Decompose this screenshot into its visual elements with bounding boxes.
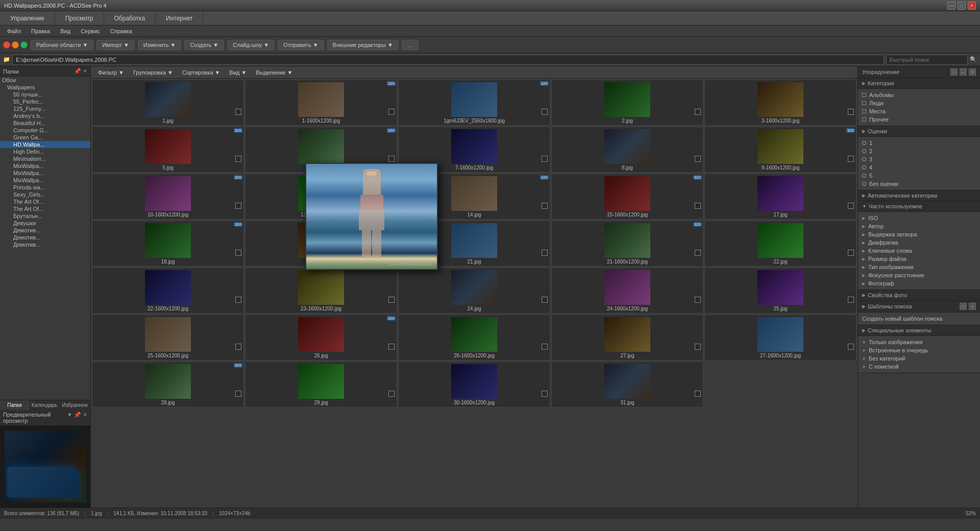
slideshow-btn[interactable]: Слайд-шоу ▼ [227, 40, 275, 50]
tree-item[interactable]: Sexy_Girls... [0, 191, 90, 198]
circle-red[interactable] [3, 41, 10, 49]
thumbnail-cell[interactable]: 1-1600x1200.jpg320 [245, 80, 397, 126]
thumbnail-checkbox[interactable] [235, 203, 241, 209]
special-header[interactable]: ▶ Специальные элементы [858, 325, 980, 336]
group-btn[interactable]: Группировка ▼ [129, 68, 177, 77]
tree-item[interactable]: High Defin... [0, 148, 90, 155]
rating-1[interactable]: 1 [862, 139, 976, 147]
extra-btn[interactable]: … [402, 40, 419, 50]
template-icon2[interactable]: + [969, 303, 976, 310]
tree-item[interactable]: HD.Wallpa... [0, 141, 90, 148]
thumbnail-cell[interactable]: 25.jpg [704, 268, 856, 313]
ratings-header[interactable]: ▶ Оценки [858, 126, 980, 137]
path-input[interactable] [12, 55, 884, 65]
maximize-button[interactable]: □ [958, 2, 966, 10]
category-other[interactable]: Прочее [862, 115, 976, 124]
sort-btn[interactable]: Сортировка ▼ [178, 68, 224, 77]
thumbnail-checkbox[interactable] [235, 297, 241, 303]
thumbnail-cell[interactable]: 27.jpg [551, 315, 703, 360]
workspace-btn[interactable]: Рабочие области ▼ [31, 40, 93, 50]
tab-calendar[interactable]: Календарь [30, 400, 60, 410]
menu-file[interactable]: Файл [3, 27, 25, 35]
thumbnail-checkbox[interactable] [542, 391, 548, 397]
thumbnail-cell[interactable]: 26.jpg320 [245, 315, 397, 360]
preview-close-icon[interactable]: ✕ [83, 412, 87, 424]
thumbnail-checkbox[interactable] [388, 344, 395, 350]
auto-cat-header[interactable]: ▶ Автоматические категории [858, 190, 980, 201]
freq-focallen[interactable]: ▶Фокусное расстояние [862, 271, 976, 279]
thumbnail-cell[interactable]: 30-1600x1200.jpg [398, 361, 550, 407]
preview-dropdown-icon[interactable]: ▼ [67, 412, 72, 424]
thumbnail-cell[interactable]: 29.jpg [245, 361, 397, 407]
organize-icon1[interactable]: □ [950, 68, 958, 76]
thumbnail-cell[interactable]: 21.jpg [398, 221, 550, 267]
organize-close[interactable]: ✕ [969, 68, 976, 76]
thumbnail-cell[interactable]: 10-1600x1200.jpg320 [92, 174, 244, 220]
thumbnail-checkbox[interactable] [542, 344, 548, 350]
thumbnail-checkbox[interactable] [848, 156, 854, 162]
tree-item[interactable]: Priroda wa... [0, 184, 90, 191]
tab-favorites[interactable]: Избранное [60, 400, 90, 410]
thumbnail-cell[interactable]: 14.jpg320 [398, 174, 550, 220]
category-places[interactable]: Места [862, 107, 976, 115]
thumbnail-checkbox[interactable] [235, 391, 241, 397]
thumbnail-checkbox[interactable] [848, 297, 854, 303]
thumbnail-cell[interactable]: 28.jpg320 [92, 361, 244, 407]
tree-item[interactable]: MixWallpa... [0, 162, 90, 170]
thumbnail-checkbox[interactable] [388, 391, 395, 397]
freq-shutter[interactable]: ▶Выдержка затвора [862, 230, 976, 238]
freq-author[interactable]: ▶Автор [862, 222, 976, 230]
thumbnail-cell[interactable]: 17.jpg [704, 174, 856, 220]
thumbnail-cell[interactable]: 1.jpg [92, 80, 244, 126]
filter-btn[interactable]: Фильтр ▼ [94, 68, 128, 77]
external-btn[interactable]: Внешние редакторы ▼ [327, 40, 399, 50]
folders-close-icon[interactable]: ✕ [83, 68, 87, 75]
thumbnail-cell[interactable]: 7-1600x1200.jpg [398, 127, 550, 173]
thumbnail-cell[interactable]: 18.jpg320 [92, 221, 244, 267]
circle-green[interactable] [20, 41, 28, 49]
rating-5[interactable]: 5 [862, 172, 976, 180]
thumbnail-checkbox[interactable] [542, 297, 548, 303]
tree-item[interactable]: Andrey's b... [0, 112, 90, 119]
tree-item[interactable]: Обои [0, 77, 90, 84]
photo-props-header[interactable]: ▶ Свойства фото [858, 290, 980, 301]
thumbnail-cell[interactable]: 20.jpg [245, 221, 397, 267]
thumbnail-checkbox[interactable] [235, 156, 241, 162]
create-btn[interactable]: Создать ▼ [184, 40, 224, 50]
organize-icon2[interactable]: — [960, 68, 967, 76]
thumbnail-cell[interactable]: 3-1600x1200.jpg [704, 80, 856, 126]
special-in-queue[interactable]: ★Встроенные в очередь [862, 346, 976, 354]
category-people[interactable]: Люди [862, 99, 976, 107]
tree-item[interactable]: MixWallpa... [0, 177, 90, 184]
thumbnail-checkbox[interactable] [542, 109, 548, 115]
tree-item[interactable]: Демотив... [0, 227, 90, 234]
category-albums[interactable]: Альбомы [862, 91, 976, 99]
rating-3[interactable]: 3 [862, 155, 976, 163]
thumbnail-cell[interactable]: 2.jpg [551, 80, 703, 126]
thumbnail-checkbox[interactable] [695, 391, 701, 397]
thumbnail-checkbox[interactable] [388, 109, 395, 115]
menu-view[interactable]: Вид [56, 27, 75, 35]
thumbnail-checkbox[interactable] [848, 203, 854, 209]
menu-tools[interactable]: Сервис [77, 27, 104, 35]
tab-manage[interactable]: Управление [0, 11, 55, 25]
select-btn[interactable]: Выделение ▼ [252, 68, 297, 77]
thumbnail-cell[interactable]: 22-1600x1200.jpg [92, 268, 244, 313]
tab-view[interactable]: Просмотр [55, 11, 104, 25]
search-icon[interactable]: 🔍 [970, 56, 977, 63]
search-input[interactable] [886, 55, 968, 65]
thumbnail-cell[interactable]: 27-1600x1200.jpg [704, 315, 856, 360]
close-button[interactable]: ✕ [968, 2, 976, 10]
thumbnail-cell[interactable]: 23-1600x1200.jpg [245, 268, 397, 313]
tree-item[interactable]: 55_Perfec... [0, 98, 90, 105]
thumbnail-cell[interactable]: 22.jpg [704, 221, 856, 267]
tree-item[interactable]: Green Ga... [0, 134, 90, 141]
freq-filesize[interactable]: ▶Размер файла [862, 255, 976, 263]
thumbnail-checkbox[interactable] [848, 109, 854, 115]
thumbnail-cell[interactable]: 13-1600x1200.jpg [245, 174, 397, 220]
menu-edit[interactable]: Правка [27, 27, 54, 35]
thumbnail-cell[interactable]: 1gm6J3EV_2560x1600.jpg320 [398, 80, 550, 126]
thumbnail-checkbox[interactable] [542, 203, 548, 209]
menu-help[interactable]: Справка [106, 27, 136, 35]
tree-item[interactable]: The Art Of... [0, 205, 90, 212]
